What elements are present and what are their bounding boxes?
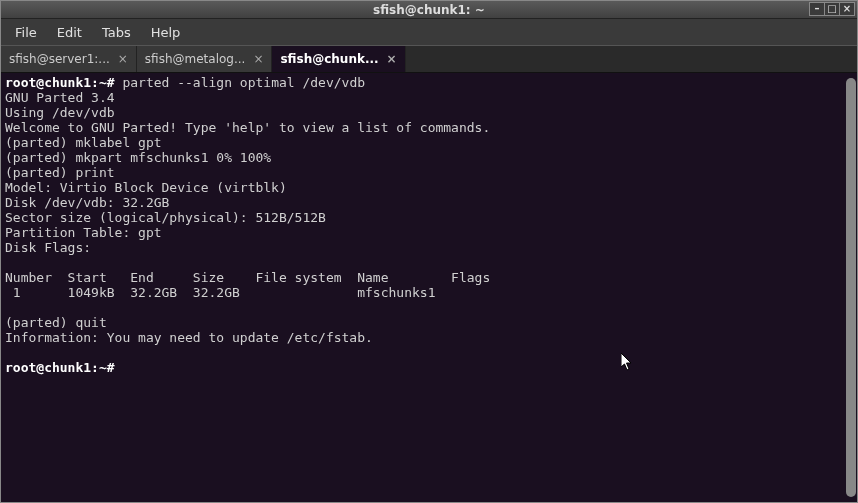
output-line: GNU Parted 3.4	[5, 90, 115, 105]
minimize-button[interactable]: –	[809, 2, 825, 16]
menu-edit[interactable]: Edit	[49, 23, 90, 42]
titlebar[interactable]: sfish@chunk1: ~ – □ ×	[1, 1, 857, 19]
cmd-text: parted --align optimal /dev/vdb	[115, 75, 365, 90]
menubar: File Edit Tabs Help	[1, 19, 857, 45]
output-line: (parted) mkpart mfschunks1 0% 100%	[5, 150, 271, 165]
prompt-hash: #	[107, 360, 115, 375]
window-title: sfish@chunk1: ~	[373, 3, 485, 17]
tabbar: sfish@server1:... × sfish@metalog... × s…	[1, 45, 857, 73]
menu-tabs[interactable]: Tabs	[94, 23, 139, 42]
close-icon: ×	[843, 4, 851, 14]
minimize-icon: –	[815, 4, 820, 14]
prompt-hash: #	[107, 75, 115, 90]
scrollbar-thumb[interactable]	[846, 78, 856, 497]
tab-label: sfish@metalog...	[145, 52, 246, 66]
output-line: (parted) quit	[5, 315, 107, 330]
tab-1[interactable]: sfish@server1:... ×	[1, 46, 137, 72]
tab-label: sfish@server1:...	[9, 52, 110, 66]
tab-label: sfish@chunk...	[280, 52, 378, 66]
tab-close-icon[interactable]: ×	[253, 53, 263, 65]
terminal-area[interactable]: root@chunk1:~# parted --align optimal /d…	[1, 73, 857, 502]
scrollbar[interactable]	[846, 78, 856, 497]
cmd-text	[115, 360, 123, 375]
maximize-icon: □	[827, 4, 836, 14]
output-line: Partition Table: gpt	[5, 225, 162, 240]
output-line: Using /dev/vdb	[5, 105, 115, 120]
prompt-user: root	[5, 360, 36, 375]
prompt-user: root	[5, 75, 36, 90]
prompt-path: ~	[99, 75, 107, 90]
output-line: Number Start End Size File system Name F…	[5, 270, 490, 285]
output-line: Information: You may need to update /etc…	[5, 330, 373, 345]
output-line: 1 1049kB 32.2GB 32.2GB mfschunks1	[5, 285, 435, 300]
close-button[interactable]: ×	[839, 2, 855, 16]
terminal-window: sfish@chunk1: ~ – □ × File Edit Tabs Hel…	[0, 0, 858, 503]
tab-3[interactable]: sfish@chunk... ×	[272, 46, 405, 72]
tab-close-icon[interactable]: ×	[387, 53, 397, 65]
output-line: Disk Flags:	[5, 240, 91, 255]
prompt-sep: @	[36, 75, 44, 90]
window-controls: – □ ×	[810, 2, 855, 16]
prompt-sep: @	[36, 360, 44, 375]
output-line: Sector size (logical/physical): 512B/512…	[5, 210, 326, 225]
output-line: Disk /dev/vdb: 32.2GB	[5, 195, 169, 210]
prompt-host: chunk1	[44, 360, 91, 375]
menu-help[interactable]: Help	[143, 23, 189, 42]
prompt-sep: :	[91, 360, 99, 375]
tab-2[interactable]: sfish@metalog... ×	[137, 46, 273, 72]
menu-file[interactable]: File	[7, 23, 45, 42]
output-line: (parted) mklabel gpt	[5, 135, 162, 150]
output-line: (parted) print	[5, 165, 115, 180]
prompt-path: ~	[99, 360, 107, 375]
maximize-button[interactable]: □	[824, 2, 840, 16]
prompt-host: chunk1	[44, 75, 91, 90]
tab-close-icon[interactable]: ×	[118, 53, 128, 65]
output-line: Model: Virtio Block Device (virtblk)	[5, 180, 287, 195]
prompt-sep: :	[91, 75, 99, 90]
output-line: Welcome to GNU Parted! Type 'help' to vi…	[5, 120, 490, 135]
